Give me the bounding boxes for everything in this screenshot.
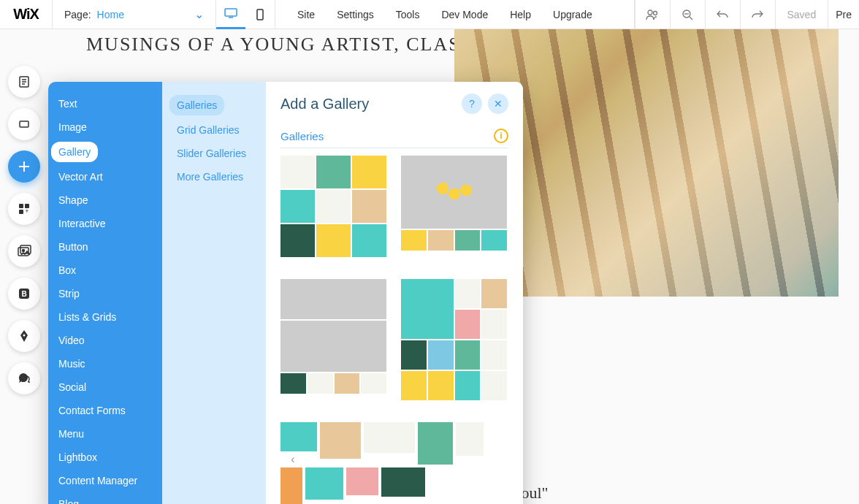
editor-stage: MUSINGS OF A YOUNG ARTIST, CLASSIQUE "Wr… [0,29,859,504]
info-icon[interactable]: i [494,129,508,143]
blog-rail-button[interactable]: B [8,278,40,310]
chat-button[interactable] [8,362,40,394]
svg-point-19 [23,250,25,252]
cat-lists[interactable]: Lists & Grids [48,305,162,329]
svg-rect-2 [257,9,263,20]
desktop-view-button[interactable] [216,0,245,29]
panel-title: Add a Gallery [280,96,456,112]
cat-music[interactable]: Music [48,352,162,375]
cat-shape[interactable]: Shape [48,188,162,212]
gallery-preset-freestyle[interactable]: ‹ [280,422,507,504]
cat-strip[interactable]: Strip [48,282,162,305]
cat-video[interactable]: Video [48,329,162,352]
undo-icon[interactable] [705,0,740,29]
svg-rect-12 [20,121,28,127]
zoom-out-icon[interactable] [670,0,705,29]
menu-upgrade[interactable]: Upgrade [553,9,592,20]
svg-rect-13 [19,204,23,208]
help-button[interactable]: ? [462,93,482,114]
tool-icons [635,0,775,29]
subcat-grid[interactable]: Grid Galleries [162,118,266,142]
svg-rect-18 [20,245,31,253]
menu-site[interactable]: Site [297,9,315,20]
cat-vectorart[interactable]: Vector Art [48,165,162,188]
apps-button[interactable]: + [8,193,40,225]
cat-lightbox[interactable]: Lightbox [48,446,162,469]
subcat-galleries[interactable]: Galleries [162,92,266,118]
save-status: Saved [775,0,828,29]
svg-line-6 [690,17,692,20]
menu-settings[interactable]: Settings [337,9,374,20]
menu-tools[interactable]: Tools [396,9,420,20]
gallery-presets: Add a Gallery ? ✕ Galleries i [266,82,523,504]
svg-text:+: + [25,207,28,215]
subcat-slider[interactable]: Slider Galleries [162,142,266,165]
svg-rect-0 [225,9,237,16]
left-tool-rail: + B [4,66,44,394]
dev-pen-button[interactable] [8,320,40,352]
media-button[interactable] [8,235,40,267]
svg-point-4 [654,11,657,15]
page-name: Home [97,9,124,20]
section-label: Galleries [280,130,494,142]
chevron-down-icon: ⌄ [194,7,204,21]
cat-button[interactable]: Button [48,235,162,259]
page-selector[interactable]: Page: Home ⌄ [53,0,216,29]
subcat-more[interactable]: More Galleries [162,165,266,188]
top-toolbar: WiX Page: Home ⌄ Site Settings Tools Dev… [0,0,859,29]
menu-help[interactable]: Help [510,9,531,20]
gallery-preset-grid[interactable] [280,156,386,257]
preview-button[interactable]: Pre [828,0,859,29]
svg-rect-15 [19,210,23,214]
cat-menu[interactable]: Menu [48,422,162,446]
svg-text:B: B [21,290,26,298]
category-list: Text Image Gallery Vector Art Shape Inte… [48,82,162,504]
viewport-buttons [216,0,275,29]
cat-text[interactable]: Text [48,92,162,115]
subcategory-list: Galleries Grid Galleries Slider Gallerie… [162,82,266,504]
gallery-preset-list[interactable]: ‹ [266,156,523,504]
cat-contact[interactable]: Contact Forms [48,399,162,422]
pages-button[interactable] [8,66,40,98]
mobile-view-button[interactable] [245,0,275,29]
gallery-preset-slideshow[interactable] [280,279,386,400]
section-header: Galleries i [280,121,508,148]
add-element-panel: Text Image Gallery Vector Art Shape Inte… [48,82,523,504]
section-button[interactable] [8,108,40,140]
close-button[interactable]: ✕ [488,93,508,114]
cat-contentmgr[interactable]: Content Manager [48,469,162,492]
cat-interactive[interactable]: Interactive [48,212,162,235]
wix-logo[interactable]: WiX [0,0,53,29]
gallery-preset-collage[interactable] [401,279,507,400]
redo-icon[interactable] [740,0,775,29]
collaborators-icon[interactable] [635,0,670,29]
cat-blog[interactable]: Blog [48,492,162,504]
cat-social[interactable]: Social [48,375,162,399]
page-label: Page: [64,9,91,20]
svg-point-22 [23,335,26,337]
add-element-button[interactable] [8,150,40,183]
main-menu: Site Settings Tools Dev Mode Help Upgrad… [275,0,635,29]
prev-arrow-icon[interactable]: ‹ [285,451,301,467]
gallery-preset-showcase[interactable] [401,156,507,257]
panel-header: Add a Gallery ? ✕ [266,82,523,121]
cat-gallery[interactable]: Gallery [48,139,162,165]
svg-point-3 [648,10,652,15]
menu-devmode[interactable]: Dev Mode [441,9,488,20]
cat-box[interactable]: Box [48,259,162,282]
cat-image[interactable]: Image [48,115,162,139]
